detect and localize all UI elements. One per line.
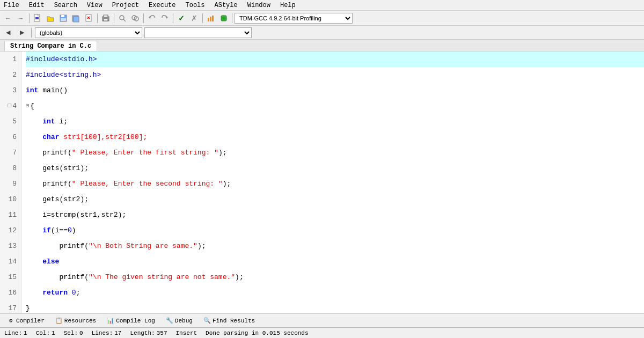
code-line[interactable]: int main() <box>26 83 644 98</box>
compiler-dropdown[interactable]: TDM-GCC 4.9.2 64-bit Profiling <box>235 13 353 24</box>
symbols-dropdown[interactable] <box>144 27 252 38</box>
save-btn[interactable] <box>57 12 69 24</box>
next-bookmark-btn[interactable]: ▶ <box>16 27 28 39</box>
lines-label: Lines: <box>92 330 113 336</box>
menu-file[interactable]: File <box>2 1 21 10</box>
svg-line-16 <box>123 19 126 21</box>
save-icon <box>59 14 68 23</box>
sep-6 <box>202 13 203 23</box>
code-line[interactable]: printf(" Please, Enter the second string… <box>26 176 644 192</box>
toolbar-row-1: ← → <box>0 11 644 26</box>
print-icon <box>101 14 110 23</box>
find-btn[interactable] <box>116 12 128 24</box>
file-tab[interactable]: String Compare in C.c <box>4 41 97 51</box>
compile-btn[interactable]: ✓ <box>175 12 187 24</box>
code-line[interactable]: printf("\n Both String are same."); <box>26 238 644 254</box>
redo-btn[interactable] <box>159 12 171 24</box>
bottom-tab-resources[interactable]: 📋Resources <box>50 315 101 326</box>
close-btn[interactable] <box>83 12 95 24</box>
globals-dropdown[interactable]: (globals) <box>35 27 142 38</box>
chart-btn[interactable] <box>205 12 217 24</box>
menu-bar: File Edit Search View Project Execute To… <box>0 0 644 11</box>
line-label: Line: <box>4 330 22 336</box>
debug-icon <box>219 14 228 23</box>
code-line[interactable]: int i; <box>26 114 644 129</box>
line-number: 16 <box>4 285 17 300</box>
status-message: Done parsing in 0.015 seconds <box>206 330 308 336</box>
line-number: 2 <box>4 67 17 83</box>
print-btn[interactable] <box>100 12 112 24</box>
sep-1 <box>29 13 30 23</box>
code-line[interactable]: return 0; <box>26 285 644 300</box>
replace-icon <box>131 14 140 23</box>
line-number: 5 <box>4 114 17 129</box>
line-numbers: 123□4567891011121314151617 <box>0 52 21 313</box>
menu-astyle[interactable]: AStyle <box>213 1 239 10</box>
menu-edit[interactable]: Edit <box>27 1 46 10</box>
status-sel: Sel: 0 <box>64 330 83 336</box>
nav-back-btn[interactable]: ← <box>2 12 14 24</box>
save-all-icon <box>72 14 80 23</box>
chart-icon <box>207 14 215 23</box>
code-line[interactable]: printf("\n The given string are not same… <box>26 269 644 285</box>
undo-btn[interactable] <box>146 12 158 24</box>
debug-btn[interactable] <box>218 12 230 24</box>
status-col: Col: 1 <box>36 330 55 336</box>
close-icon <box>85 14 93 23</box>
find-icon <box>118 14 127 23</box>
status-line: Line: 1 <box>4 330 27 336</box>
bottom-tab-label: Compiler <box>16 318 45 324</box>
line-number: 13 <box>4 238 17 254</box>
new-file-btn[interactable] <box>32 12 43 24</box>
code-line[interactable]: gets(str2); <box>26 192 644 207</box>
line-number: 7 <box>4 145 17 160</box>
redo-icon <box>160 14 169 23</box>
sep-4 <box>143 13 144 23</box>
sel-val: 0 <box>79 330 83 336</box>
run-btn[interactable]: ✗ <box>188 12 200 24</box>
file-tab-bar: String Compare in C.c <box>0 40 644 52</box>
menu-project[interactable]: Project <box>111 1 141 10</box>
message-val: Done parsing in 0.015 seconds <box>206 330 308 336</box>
svg-rect-22 <box>210 17 211 21</box>
code-line[interactable]: #include<stdio.h> <box>26 52 644 67</box>
status-length: Length: 357 <box>130 330 167 336</box>
svg-rect-6 <box>61 18 66 21</box>
code-line[interactable]: ⊟{ <box>26 98 644 114</box>
save-all-btn[interactable] <box>70 12 82 24</box>
bottom-tab-compile-log[interactable]: 📊Compile Log <box>102 315 160 326</box>
svg-point-25 <box>222 17 225 20</box>
bottom-tab-find-results[interactable]: 🔍Find Results <box>199 315 260 326</box>
line-number: □4 <box>4 98 17 114</box>
open-file-btn[interactable] <box>45 12 56 24</box>
length-val: 357 <box>157 330 167 336</box>
bottom-tab-label: Debug <box>175 318 193 324</box>
code-line[interactable]: if(i==0) <box>26 223 644 238</box>
replace-btn[interactable] <box>129 12 141 24</box>
svg-rect-13 <box>104 15 108 17</box>
new-file-icon <box>33 14 42 23</box>
menu-search[interactable]: Search <box>53 1 79 10</box>
prev-bookmark-btn[interactable]: ◀ <box>2 27 14 39</box>
code-line[interactable]: else <box>26 254 644 269</box>
code-line[interactable]: } <box>26 300 644 313</box>
bottom-tab-compiler[interactable]: ⚙Compiler <box>2 315 49 326</box>
svg-point-15 <box>120 16 124 20</box>
menu-execute[interactable]: Execute <box>147 1 177 10</box>
code-line[interactable]: i=strcmp(str1,str2); <box>26 207 644 223</box>
code-line[interactable]: printf(" Please, Enter the first string:… <box>26 145 644 160</box>
menu-view[interactable]: View <box>85 1 104 10</box>
sep-7 <box>232 13 232 23</box>
code-line[interactable]: #include<string.h> <box>26 67 644 83</box>
nav-forward-btn[interactable]: → <box>15 12 27 24</box>
code-line[interactable]: gets(str1); <box>26 160 644 176</box>
code-line[interactable]: char str1[100],str2[100]; <box>26 129 644 145</box>
line-val: 1 <box>24 330 27 336</box>
line-number: 6 <box>4 129 17 145</box>
menu-tools[interactable]: Tools <box>184 1 207 10</box>
open-file-icon <box>46 14 55 23</box>
code-lines[interactable]: #include<stdio.h>#include<string.h>int m… <box>21 52 644 313</box>
menu-help[interactable]: Help <box>279 1 297 10</box>
bottom-tab-debug[interactable]: 🔧Debug <box>161 315 197 326</box>
menu-window[interactable]: Window <box>246 1 272 10</box>
